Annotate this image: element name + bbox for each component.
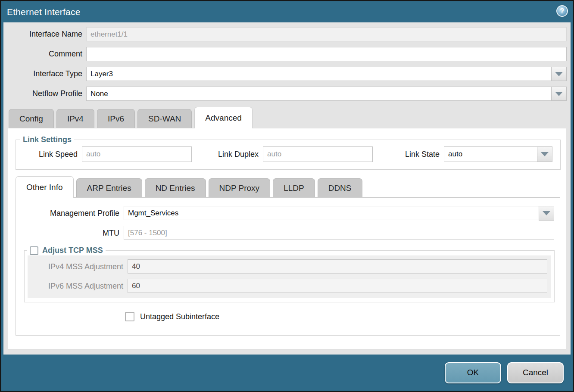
netflow-profile-dropdown-button[interactable] [551,87,567,101]
ok-button[interactable]: OK [445,362,501,383]
ethernet-interface-dialog: Ethernet Interface ? Interface Name Comm… [0,0,574,392]
interface-type-select[interactable] [86,67,552,81]
interface-name-row: Interface Name [3,27,567,41]
link-state-dropdown-button[interactable] [537,146,552,162]
untagged-subinterface-checkbox[interactable] [125,312,134,321]
adjust-tcp-mss-legend-text: Adjust TCP MSS [42,246,103,255]
help-icon[interactable]: ? [556,5,568,17]
management-profile-select[interactable] [124,206,539,220]
link-settings-legend: Link Settings [20,135,74,144]
tab-lldp[interactable]: LLDP [273,178,315,197]
mtu-input[interactable] [124,226,554,240]
mss-disabled-area: IPv4 MSS Adjustment IPv6 MSS Adjustment [28,255,551,298]
tab-advanced[interactable]: Advanced [194,107,253,128]
link-duplex-input[interactable] [263,146,373,162]
other-info-panel: Management Profile MTU [16,197,560,336]
interface-name-input [86,27,567,41]
link-speed-input[interactable] [82,146,192,162]
netflow-profile-row: Netflow Profile [3,87,567,101]
link-speed-label: Link Speed [16,150,82,159]
dialog-title: Ethernet Interface [1,7,81,17]
dialog-body: Interface Name Comment Interface Type Ne… [3,22,571,355]
untagged-subinterface-row: Untagged Subinterface [125,312,560,321]
link-state-select[interactable] [444,146,537,162]
interface-type-dropdown-button[interactable] [551,67,567,81]
interface-type-label: Interface Type [3,69,86,78]
adjust-tcp-mss-fieldset: Adjust TCP MSS IPv4 MSS Adjustment IPv6 … [24,246,555,302]
tab-ndp-proxy[interactable]: NDP Proxy [209,178,271,197]
chevron-down-icon [555,92,563,96]
management-profile-dropdown-button[interactable] [539,206,554,221]
tab-ipv4[interactable]: IPv4 [56,109,94,128]
link-settings-row: Link Speed Link Duplex Link State [16,146,560,162]
chevron-down-icon [555,72,563,76]
tab-nd-entries[interactable]: ND Entries [145,178,206,197]
link-state-label: Link State [373,150,444,159]
dialog-footer: OK Cancel [1,355,573,391]
comment-label: Comment [3,50,86,59]
untagged-subinterface-label: Untagged Subinterface [140,312,219,321]
interface-type-row: Interface Type [3,67,567,81]
other-info-tab-strip: Other Info ARP Entries ND Entries NDP Pr… [8,176,566,197]
link-settings-fieldset: Link Settings Link Speed Link Duplex Lin… [16,135,561,170]
mtu-label: MTU [16,229,124,238]
netflow-profile-label: Netflow Profile [3,89,86,98]
comment-row: Comment [3,47,567,61]
adjust-tcp-mss-checkbox[interactable] [30,246,38,255]
netflow-profile-select[interactable] [86,87,552,101]
ipv4-mss-label: IPv4 MSS Adjustment [28,262,128,271]
chevron-down-icon [543,211,550,215]
cancel-button[interactable]: Cancel [507,362,564,383]
ipv4-mss-input [128,259,547,274]
adjust-tcp-mss-legend: Adjust TCP MSS [27,246,106,255]
tab-arp-entries[interactable]: ARP Entries [76,178,142,197]
ipv6-mss-input [128,279,547,293]
chevron-down-icon [541,152,549,156]
tab-sd-wan[interactable]: SD-WAN [137,109,192,128]
management-profile-row: Management Profile [16,206,554,221]
interface-name-label: Interface Name [3,30,86,39]
advanced-tab-panel: Link Settings Link Speed Link Duplex Lin… [8,128,566,349]
tab-ddns[interactable]: DDNS [318,178,362,197]
main-tab-strip: Config IPv4 IPv6 SD-WAN Advanced [3,106,571,128]
mtu-row: MTU [16,226,554,240]
ipv6-mss-label: IPv6 MSS Adjustment [28,282,128,291]
ipv4-mss-row: IPv4 MSS Adjustment [28,259,547,274]
comment-input[interactable] [86,47,567,61]
dialog-titlebar: Ethernet Interface ? [1,1,573,22]
link-duplex-label: Link Duplex [192,150,263,159]
ipv6-mss-row: IPv6 MSS Adjustment [28,279,547,294]
management-profile-label: Management Profile [16,209,124,218]
tab-ipv6[interactable]: IPv6 [97,109,135,128]
tab-config[interactable]: Config [9,109,54,128]
tab-other-info[interactable]: Other Info [16,176,74,198]
